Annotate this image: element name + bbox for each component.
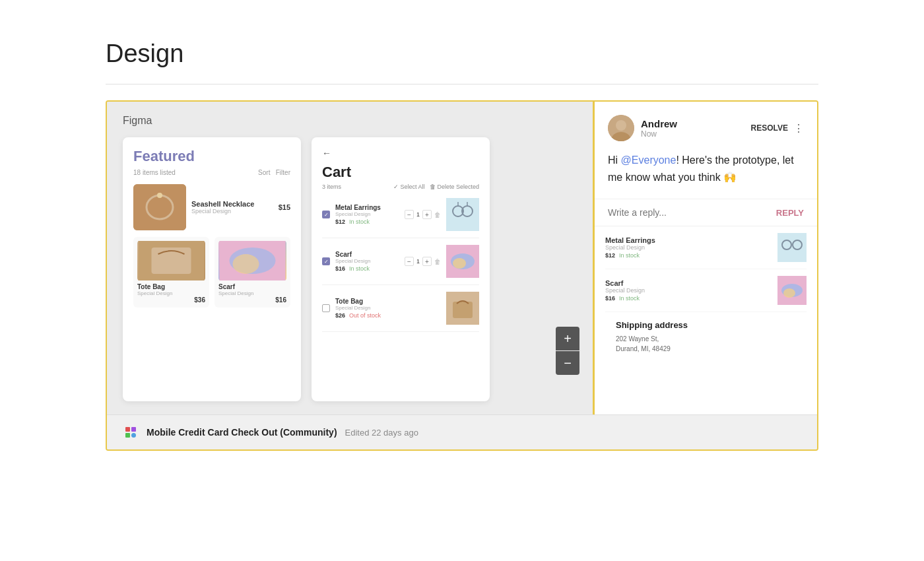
totebag-card: Tote Bag Special Design $36 (133, 237, 209, 308)
zoom-in-button[interactable]: + (556, 327, 579, 350)
scarf-checkbox[interactable]: ✓ (322, 257, 330, 265)
earrings-stock: In stock (349, 218, 370, 225)
earrings-price: $12 (335, 218, 345, 225)
page-title: Design (106, 40, 818, 68)
shipping-title: Shipping address (616, 320, 796, 330)
rci-scarf-sub: Special Design (605, 287, 772, 294)
svg-point-26 (783, 288, 795, 298)
necklace-info: Seashell Necklace Special Design (191, 200, 273, 214)
right-cart-items: Metal Earrings Special Design $12 In sto… (595, 226, 817, 414)
rci-scarf-stock: In stock (619, 295, 640, 302)
necklace-image (133, 184, 186, 230)
svg-point-30 (131, 433, 136, 438)
comment-body: Hi @Everyone! Here's the prototype, let … (608, 152, 804, 185)
scarf-price-stock: $16 In stock (335, 265, 399, 272)
sort-filter: Sort Filter (258, 169, 290, 176)
screen-featured: Featured 18 items listed Sort Filter (123, 137, 301, 401)
earrings-qty-plus[interactable]: + (422, 210, 432, 219)
rci-earrings-price: $12 (605, 252, 615, 259)
rci-scarf-price: $16 (605, 295, 615, 302)
scarf-sub: Special Design (218, 290, 286, 296)
scarf-image (218, 241, 286, 280)
totebag-image (137, 241, 205, 280)
necklace-name: Seashell Necklace (191, 200, 273, 208)
scarf-qty: − 1 + 🗑 (405, 257, 441, 266)
scarf-name: Scarf (218, 283, 286, 290)
scarf-price: $16 (218, 296, 286, 304)
cart-back-arrow: ← (322, 148, 479, 158)
earrings-name: Metal Earrings (335, 204, 399, 211)
filter-label[interactable]: Filter (276, 169, 290, 176)
rci-scarf-info: Scarf Special Design $16 In stock (605, 279, 772, 302)
necklace-sub: Special Design (191, 208, 273, 214)
rci-earrings-svg (777, 233, 807, 262)
screen-cart: ← Cart 3 items ✓ Select All 🗑 Delete Sel… (312, 137, 490, 401)
product-row-necklace: Seashell Necklace Special Design $15 (133, 184, 290, 230)
rci-earrings-info: Metal Earrings Special Design $12 In sto… (605, 236, 772, 259)
reply-input[interactable] (608, 207, 776, 218)
scarf-cart-svg (446, 245, 479, 278)
more-icon[interactable]: ⋮ (793, 122, 804, 135)
scarf-qty-plus[interactable]: + (422, 257, 432, 266)
comment-user-info: Andrew Now (641, 118, 751, 139)
reply-button[interactable]: REPLY (776, 208, 804, 218)
cart-item-tote: Tote Bag Special Design $26 Out of stock (322, 292, 479, 332)
card-body: Figma Featured 18 items listed Sort Filt… (107, 102, 817, 414)
scarf-cart-sub: Special Design (335, 258, 399, 264)
rci-scarf-svg (777, 276, 807, 305)
earrings-image (446, 198, 479, 231)
svg-point-19 (616, 120, 626, 131)
scarf-card: Scarf Special Design $16 (214, 237, 290, 308)
tote-checkbox[interactable] (322, 304, 330, 312)
totebag-price: $36 (137, 296, 205, 304)
tote-cart-image (446, 292, 479, 325)
necklace-price: $15 (279, 203, 290, 211)
tote-cart-svg (446, 292, 479, 325)
earrings-delete[interactable]: 🗑 (434, 211, 441, 218)
tote-cart-stock: Out of stock (349, 312, 381, 319)
earrings-qty-value: 1 (416, 211, 420, 218)
items-info: 18 items listed Sort Filter (133, 169, 290, 176)
select-all[interactable]: ✓ Select All (393, 183, 425, 190)
comment-section: Andrew Now RESOLVE ⋮ Hi @Everyone! Here'… (595, 102, 817, 199)
shipping-section: Shipping address 202 Wayne St, Durand, M… (605, 312, 807, 362)
scarf-cart-name: Scarf (335, 251, 399, 258)
scarf-cart-price: $16 (335, 265, 345, 272)
rci-earrings-sub: Special Design (605, 244, 772, 251)
resolve-button[interactable]: RESOLVE (751, 123, 788, 133)
items-listed: 18 items listed (133, 169, 176, 176)
tote-cart-price: $26 (335, 312, 345, 319)
comment-header: Andrew Now RESOLVE ⋮ (608, 115, 804, 141)
scarf-delete[interactable]: 🗑 (434, 258, 441, 265)
sort-label[interactable]: Sort (258, 169, 270, 176)
rci-scarf-title: Scarf (605, 279, 772, 287)
scarf-qty-value: 1 (416, 258, 420, 265)
rci-earrings-stock: In stock (619, 252, 640, 259)
earrings-qty-minus[interactable]: − (405, 210, 414, 219)
cart-item-earrings: ✓ Metal Earrings Special Design $12 In s… (322, 198, 479, 238)
cart-meta: 3 items ✓ Select All 🗑 Delete Selected (322, 183, 479, 190)
product-row-2: Tote Bag Special Design $36 (133, 237, 290, 308)
earrings-svg (446, 198, 479, 231)
earrings-qty: − 1 + 🗑 (405, 210, 441, 219)
earrings-info: Metal Earrings Special Design $12 In sto… (335, 204, 399, 225)
earrings-price-stock: $12 In stock (335, 218, 399, 225)
tote-cart-info: Tote Bag Special Design $26 Out of stock (335, 298, 441, 319)
divider (106, 84, 818, 84)
figma-footer-icon (123, 424, 139, 440)
rci-scarf-img (777, 276, 807, 305)
delete-selected[interactable]: 🗑 Delete Selected (430, 183, 479, 190)
svg-rect-21 (777, 233, 807, 262)
shipping-line1: 202 Wayne St, (616, 335, 659, 343)
earrings-sub: Special Design (335, 211, 399, 217)
cart-items-count: 3 items (322, 183, 341, 190)
scarf-qty-minus[interactable]: − (405, 257, 414, 266)
figma-label: Figma (123, 115, 577, 127)
shipping-address: 202 Wayne St, Durand, MI, 48429 (616, 334, 796, 354)
earrings-checkbox[interactable]: ✓ (322, 211, 330, 218)
footer-file-name: Mobile Credit Card Check Out (Community) (147, 427, 337, 438)
zoom-out-button[interactable]: − (556, 351, 579, 375)
zoom-controls: + − (556, 327, 579, 375)
rci-earrings-img (777, 233, 807, 262)
comment-user-name: Andrew (641, 118, 751, 129)
